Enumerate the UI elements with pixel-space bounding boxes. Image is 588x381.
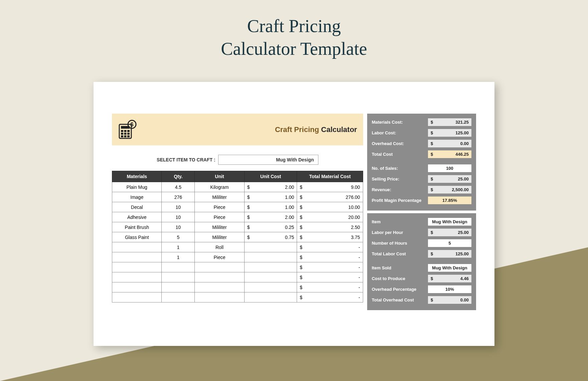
cell-unit-cost[interactable]	[244, 282, 297, 292]
cell-material[interactable]	[112, 252, 162, 262]
item-sold-value[interactable]: Mug With Design	[428, 264, 471, 272]
profit-margin-label: Profit Magin Percentage	[372, 198, 428, 203]
cell-material[interactable]: Adhesive	[112, 212, 162, 222]
right-panel: Materials Cost: $321.25 Labor Cost: $125…	[367, 114, 476, 310]
cell-unit-cost[interactable]: $1.00	[244, 202, 297, 212]
cell-unit-cost[interactable]	[244, 292, 297, 302]
cell-qty[interactable]: 5	[162, 232, 195, 242]
cell-material[interactable]: Paint Brush	[112, 222, 162, 232]
cell-unit-cost[interactable]: $2.00	[244, 212, 297, 222]
cell-unit[interactable]: Roll	[195, 242, 244, 252]
cell-unit-cost[interactable]	[244, 242, 297, 252]
cell-qty[interactable]: 1	[162, 252, 195, 262]
row-item-sold: Item Sold Mug With Design	[372, 263, 471, 272]
cell-material[interactable]: Decal	[112, 202, 162, 212]
cell-unit-cost[interactable]: $0.25	[244, 222, 297, 232]
cell-total-cost: $2.50	[297, 222, 363, 232]
cell-unit[interactable]: Piece	[195, 212, 244, 222]
cell-unit-cost[interactable]: $0.75	[244, 232, 297, 242]
cell-total-cost: $-	[297, 282, 363, 292]
labor-cost-value[interactable]: $125.00	[428, 129, 471, 137]
cell-material[interactable]	[112, 282, 162, 292]
svg-rect-6	[124, 133, 127, 135]
cell-unit[interactable]: Mililiter	[195, 192, 244, 202]
cell-total-cost: $20.00	[297, 212, 363, 222]
cell-qty[interactable]: 10	[162, 212, 195, 222]
title-line-2: Calculator Template	[221, 39, 367, 59]
number-hours-value[interactable]: 5	[428, 239, 471, 247]
materials-table: Materials Qty. Unit Unit Cost Total Mate…	[112, 171, 363, 302]
overhead-pct-value[interactable]: 10%	[428, 285, 471, 293]
table-row: 1Piece$-	[112, 252, 363, 262]
cell-unit[interactable]	[195, 272, 244, 282]
cell-qty[interactable]: 4.5	[162, 182, 195, 192]
cell-unit[interactable]	[195, 262, 244, 272]
materials-cost-label: Materials Cost:	[372, 120, 428, 125]
cell-material[interactable]	[112, 262, 162, 272]
cost-produce-value: $4.46	[428, 275, 471, 282]
cell-qty[interactable]	[162, 282, 195, 292]
svg-rect-9	[124, 135, 127, 137]
cell-unit-cost[interactable]: $1.00	[244, 192, 297, 202]
cell-unit[interactable]	[195, 292, 244, 302]
cell-material[interactable]: Image	[112, 192, 162, 202]
select-label: SELECT ITEM TO CRAFT :	[157, 157, 215, 162]
cell-unit-cost[interactable]	[244, 272, 297, 282]
row-no-sales: No. of Sales: 100	[372, 164, 471, 172]
header-title-dark: Calculator	[319, 125, 357, 134]
cell-qty[interactable]: 276	[162, 192, 195, 202]
select-item-dropdown[interactable]: Mug With Design	[218, 155, 318, 165]
selling-price-value[interactable]: $25.00	[428, 175, 471, 183]
row-total-cost: Total Cost $446.25	[372, 150, 471, 158]
cell-unit[interactable]	[195, 282, 244, 292]
cell-qty[interactable]	[162, 292, 195, 302]
cell-qty[interactable]	[162, 272, 195, 282]
table-row: $-	[112, 282, 363, 292]
cell-unit[interactable]: Mililiter	[195, 232, 244, 242]
cell-unit[interactable]: Kilogram	[195, 182, 244, 192]
no-sales-value[interactable]: 100	[428, 164, 471, 172]
cell-total-cost: $10.00	[297, 202, 363, 212]
cell-material[interactable]: Plain Mug	[112, 182, 162, 192]
cell-qty[interactable]: 1	[162, 242, 195, 252]
cell-total-cost: $-	[297, 252, 363, 262]
table-row: 1Roll$-	[112, 242, 363, 252]
cell-unit[interactable]: Mililiter	[195, 222, 244, 232]
cell-qty[interactable]: 10	[162, 222, 195, 232]
svg-rect-2	[121, 130, 123, 132]
cell-unit-cost[interactable]	[244, 252, 297, 262]
calculator-icon: $	[118, 120, 138, 140]
cell-material[interactable]	[112, 292, 162, 302]
total-cost-label: Total Cost	[372, 152, 428, 157]
table-row: $-	[112, 272, 363, 282]
cell-unit-cost[interactable]: $2.00	[244, 182, 297, 192]
cell-unit[interactable]: Piece	[195, 252, 244, 262]
col-materials: Materials	[112, 171, 162, 182]
cell-unit-cost[interactable]	[244, 262, 297, 272]
total-overhead-value: $0.00	[428, 296, 471, 304]
cell-material[interactable]: Glass Paint	[112, 232, 162, 242]
total-labor-value: $125.00	[428, 250, 471, 258]
item-value[interactable]: Mug With Design	[428, 218, 471, 226]
profit-margin-value: 17.85%	[428, 197, 471, 204]
row-number-hours: Number of Hours 5	[372, 239, 471, 247]
number-hours-label: Number of Hours	[372, 241, 428, 246]
cell-material[interactable]	[112, 272, 162, 282]
cell-qty[interactable]	[162, 262, 195, 272]
col-qty: Qty.	[162, 171, 195, 182]
row-item: Item Mug With Design	[372, 217, 471, 226]
header-title: Craft Pricing Calculator	[275, 125, 357, 134]
item-sold-label: Item Sold	[372, 265, 428, 270]
revenue-label: Revenue:	[372, 187, 428, 192]
labor-per-hour-value[interactable]: $25.00	[428, 229, 471, 236]
row-overhead-pct: Overhead Percentage 10%	[372, 285, 471, 293]
table-row: Decal10Piece$1.00$10.00	[112, 202, 363, 212]
col-total: Total Material Cost	[297, 171, 363, 182]
cell-material[interactable]	[112, 242, 162, 252]
cell-unit[interactable]: Piece	[195, 202, 244, 212]
cell-total-cost: $276.00	[297, 192, 363, 202]
materials-cost-value[interactable]: $321.25	[428, 118, 471, 126]
title-line-1: Craft Pricing	[247, 16, 341, 36]
overhead-cost-value[interactable]: $0.00	[428, 140, 471, 147]
cell-qty[interactable]: 10	[162, 202, 195, 212]
